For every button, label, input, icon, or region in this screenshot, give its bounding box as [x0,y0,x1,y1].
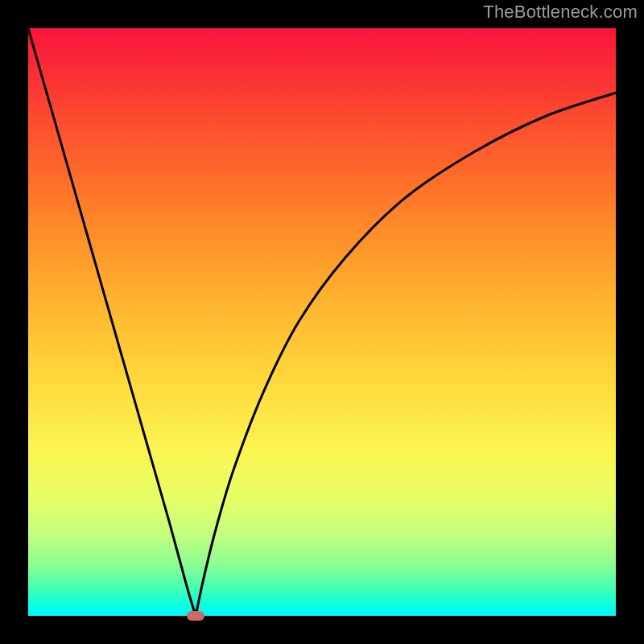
series-left [28,28,196,616]
watermark-text: TheBottleneck.com [483,2,638,23]
plot-area [28,28,616,616]
vertex-marker [187,611,204,621]
curve-layer [28,28,616,616]
chart-frame: TheBottleneck.com [0,0,644,644]
series-right [196,93,616,616]
